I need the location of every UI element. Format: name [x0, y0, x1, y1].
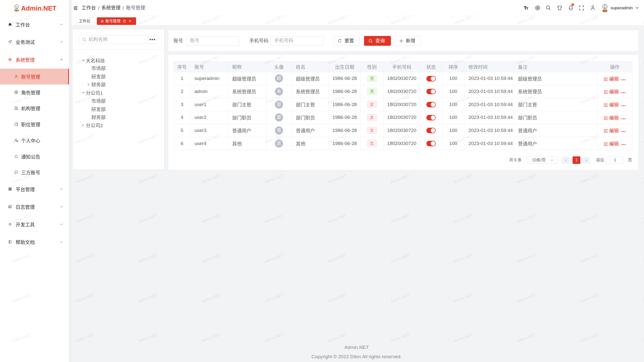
svg-text:Admin.NET: Admin.NET	[138, 332, 158, 343]
svg-text:Admin.NET: Admin.NET	[453, 332, 473, 343]
svg-text:Admin.NET: Admin.NET	[390, 213, 410, 224]
svg-text:Admin.NET: Admin.NET	[327, 293, 347, 303]
svg-text:Admin.NET: Admin.NET	[138, 253, 158, 264]
svg-text:Admin.NET: Admin.NET	[327, 332, 347, 343]
svg-text:Admin.NET: Admin.NET	[579, 332, 600, 343]
svg-text:Admin.NET: Admin.NET	[453, 293, 473, 303]
svg-text:Admin.NET: Admin.NET	[579, 173, 600, 184]
svg-text:Admin.NET: Admin.NET	[642, 94, 644, 105]
svg-text:Admin.NET: Admin.NET	[264, 253, 284, 264]
svg-text:Admin.NET: Admin.NET	[201, 173, 221, 184]
svg-text:Admin.NET: Admin.NET	[75, 213, 95, 224]
svg-text:Admin.NET: Admin.NET	[516, 332, 537, 343]
svg-text:Admin.NET: Admin.NET	[75, 332, 95, 343]
svg-text:Admin.NET: Admin.NET	[516, 253, 537, 264]
svg-text:Admin.NET: Admin.NET	[138, 213, 158, 224]
svg-text:Admin.NET: Admin.NET	[264, 332, 284, 343]
svg-text:Admin.NET: Admin.NET	[327, 173, 347, 184]
svg-text:Admin.NET: Admin.NET	[579, 213, 600, 224]
svg-text:Admin.NET: Admin.NET	[264, 293, 284, 303]
svg-text:Admin.NET: Admin.NET	[516, 293, 537, 303]
svg-text:Admin.NET: Admin.NET	[201, 213, 221, 224]
svg-text:Admin.NET: Admin.NET	[642, 54, 644, 65]
svg-text:Admin.NET: Admin.NET	[453, 253, 473, 264]
svg-text:Admin.NET: Admin.NET	[201, 332, 221, 343]
svg-text:Admin.NET: Admin.NET	[138, 173, 158, 184]
svg-text:Admin.NET: Admin.NET	[642, 213, 644, 224]
svg-text:Admin.NET: Admin.NET	[642, 332, 644, 343]
svg-text:Admin.NET: Admin.NET	[453, 213, 473, 224]
svg-text:Admin.NET: Admin.NET	[516, 213, 537, 224]
svg-text:Admin.NET: Admin.NET	[642, 134, 644, 145]
svg-text:Admin.NET: Admin.NET	[642, 253, 644, 264]
svg-text:Admin.NET: Admin.NET	[201, 293, 221, 303]
svg-text:Admin.NET: Admin.NET	[579, 253, 600, 264]
svg-text:Admin.NET: Admin.NET	[264, 213, 284, 224]
svg-text:Admin.NET: Admin.NET	[138, 293, 158, 303]
svg-text:Admin.NET: Admin.NET	[642, 293, 644, 303]
svg-text:Admin.NET: Admin.NET	[390, 173, 410, 184]
svg-text:Admin.NET: Admin.NET	[453, 173, 473, 184]
svg-text:Admin.NET: Admin.NET	[327, 213, 347, 224]
svg-text:Admin.NET: Admin.NET	[390, 253, 410, 264]
svg-text:Admin.NET: Admin.NET	[75, 173, 95, 184]
svg-text:Admin.NET: Admin.NET	[516, 173, 537, 184]
svg-text:Admin.NET: Admin.NET	[642, 173, 644, 184]
svg-text:Admin.NET: Admin.NET	[264, 173, 284, 184]
svg-text:Admin.NET: Admin.NET	[390, 332, 410, 343]
svg-text:Admin.NET: Admin.NET	[327, 253, 347, 264]
svg-text:Admin.NET: Admin.NET	[579, 293, 600, 303]
svg-text:Admin.NET: Admin.NET	[201, 253, 221, 264]
svg-text:Admin.NET: Admin.NET	[390, 293, 410, 303]
svg-text:Admin.NET: Admin.NET	[75, 253, 95, 264]
svg-text:Admin.NET: Admin.NET	[75, 293, 95, 303]
